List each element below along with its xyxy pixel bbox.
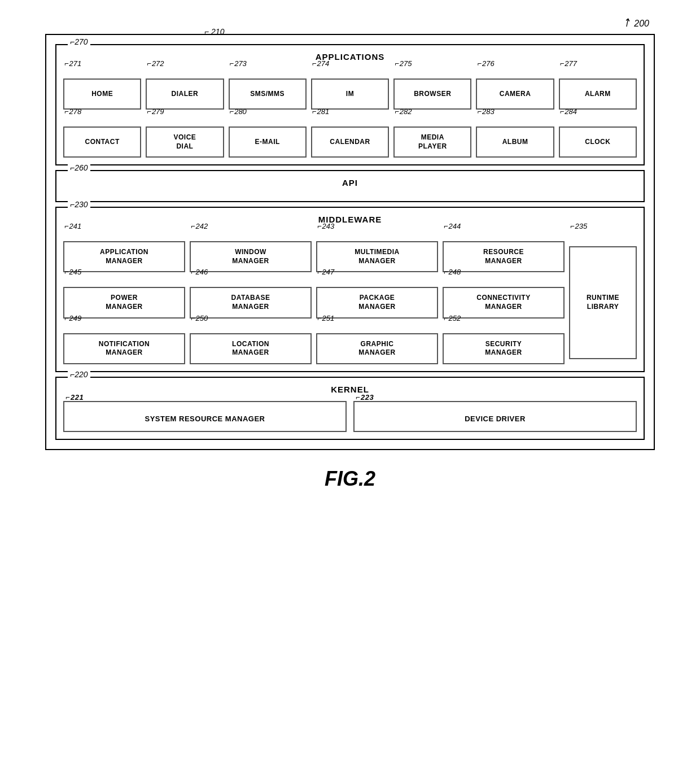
mw-locationmanager: LOCATION MANAGER [190, 333, 312, 364]
mw-wrapper-248: 248 CONNECTIVITY MANAGER [443, 277, 565, 318]
mw-wrapper-247: 247 PACKAGE MANAGER [316, 277, 438, 318]
kernel-grid: 221 SYSTEM RESOURCE MANAGER 223 DEVICE D… [63, 401, 637, 432]
ref-244: 244 [444, 222, 461, 230]
mw-securitymanager: SECURITY MANAGER [443, 333, 565, 364]
app-wrapper-274: 274 IM [311, 68, 389, 110]
ref-248: 248 [444, 268, 461, 276]
mw-wrapper-241: 241 APPLICATION MANAGER [63, 231, 185, 272]
ref-245: 245 [64, 268, 81, 276]
ref-274: 274 [312, 59, 329, 68]
app-wrapper-282: 282 MEDIA PLAYER [393, 116, 471, 158]
app-browser: BROWSER [393, 78, 471, 110]
ref-280: 280 [230, 107, 247, 116]
mw-dbmanager: DATABASE MANAGER [190, 287, 312, 318]
ref-271: 271 [64, 59, 81, 68]
app-wrapper-271: 271 HOME [63, 68, 141, 110]
app-wrapper-275: 275 BROWSER [393, 68, 471, 110]
ref-249: 249 [64, 314, 81, 322]
ref-247: 247 [317, 268, 334, 276]
app-alarm: ALARM [559, 78, 637, 110]
app-home: HOME [63, 78, 141, 110]
app-dialer: DIALER [146, 78, 224, 110]
mw-graphicmanager: GRAPHIC MANAGER [316, 333, 438, 364]
ref-284: 284 [560, 107, 577, 116]
middleware-content: 241 APPLICATION MANAGER 242 WINDOW MANAG… [63, 231, 637, 364]
mw-wrapper-242: 242 WINDOW MANAGER [190, 231, 312, 272]
mw-resourcemanager: RESOURCE MANAGER [443, 241, 565, 272]
ref-250: 250 [191, 314, 208, 322]
app-wrapper-276: 276 CAMERA [476, 68, 554, 110]
ref-210: 210 [204, 27, 224, 36]
ref-246: 246 [191, 268, 208, 276]
ref-272: 272 [147, 59, 164, 68]
kernel-sysresourcemanager: SYSTEM RESOURCE MANAGER [145, 415, 265, 423]
app-clock: CLOCK [559, 127, 637, 158]
mw-wrapper-251: 251 GRAPHIC MANAGER [316, 323, 438, 364]
ref-241: 241 [64, 222, 81, 230]
ref-276: 276 [477, 59, 494, 68]
ref-220: ⌐220 [68, 370, 90, 379]
mw-packagemanager: PACKAGE MANAGER [316, 287, 438, 318]
arrow-icon: ↗ [619, 16, 634, 30]
ref-252: 252 [444, 314, 461, 322]
box-210: 210 ⌐270 APPLICATIONS 271 HOME 272 DIALE… [45, 34, 655, 450]
mw-connectivitymanager: CONNECTIVITY MANAGER [443, 287, 565, 318]
app-wrapper-283: 283 ALBUM [476, 116, 554, 158]
app-wrapper-272: 272 DIALER [146, 68, 224, 110]
ref-230: ⌐230 [68, 200, 90, 209]
mw-wrapper-246: 246 DATABASE MANAGER [190, 277, 312, 318]
app-wrapper-281: 281 CALENDAR [311, 116, 389, 158]
section-270: ⌐270 APPLICATIONS 271 HOME 272 DIALER 27… [55, 44, 645, 165]
ref-260: ⌐260 [68, 163, 90, 172]
app-smsmms: SMS/MMS [229, 78, 307, 110]
app-wrapper-277: 277 ALARM [559, 68, 637, 110]
ref-277: 277 [560, 59, 577, 68]
ref-282: 282 [395, 107, 412, 116]
app-camera: CAMERA [476, 78, 554, 110]
ref-223: 223 [356, 393, 374, 402]
kernel-title: KERNEL [63, 385, 637, 394]
app-wrapper-279: 279 VOICE DIAL [146, 116, 224, 158]
app-voicedial: VOICE DIAL [146, 127, 224, 158]
mw-multimediamanager: MULTIMEDIA MANAGER [316, 241, 438, 272]
app-grid-row2: 278 CONTACT 279 VOICE DIAL 280 E-MAIL 28… [63, 116, 637, 158]
ref-283: 283 [477, 107, 494, 116]
mw-notificationmanager: NOTIFICATION MANAGER [63, 333, 185, 364]
section-220: ⌐220 KERNEL 221 SYSTEM RESOURCE MANAGER … [55, 377, 645, 440]
app-grid-row1: 271 HOME 272 DIALER 273 SMS/MMS 274 IM 2… [63, 68, 637, 110]
mw-windowmanager: WINDOW MANAGER [190, 241, 312, 272]
figure-label: FIG.2 [325, 467, 375, 491]
mw-runtime: RUNTIME LIBRARY [569, 246, 637, 359]
app-calendar: CALENDAR [311, 127, 389, 158]
mw-wrapper-243: 243 MULTIMEDIA MANAGER [316, 231, 438, 272]
ref-278: 278 [64, 107, 81, 116]
kernel-devicedriver: DEVICE DRIVER [465, 415, 526, 423]
kernel-wrapper-223: 223 DEVICE DRIVER [353, 401, 637, 432]
section-260: ⌐260 API [55, 170, 645, 202]
ref-270: ⌐270 [68, 37, 90, 46]
app-album: ALBUM [476, 127, 554, 158]
app-wrapper-280: 280 E-MAIL [229, 116, 307, 158]
ref-275: 275 [395, 59, 412, 68]
ref-200: ↗ 200 [622, 17, 649, 29]
mw-appmanager: APPLICATION MANAGER [63, 241, 185, 272]
section-230: ⌐230 MIDDLEWARE 241 APPLICATION MANAGER … [55, 207, 645, 372]
app-contact: CONTACT [63, 127, 141, 158]
mw-powermanager: POWER MANAGER [63, 287, 185, 318]
app-wrapper-273: 273 SMS/MMS [229, 68, 307, 110]
api-title: API [63, 178, 637, 187]
mw-wrapper-244: 244 RESOURCE MANAGER [443, 231, 565, 272]
kernel-wrapper-221: 221 SYSTEM RESOURCE MANAGER [63, 401, 347, 432]
mw-wrapper-252: 252 SECURITY MANAGER [443, 323, 565, 364]
mw-wrapper-245: 245 POWER MANAGER [63, 277, 185, 318]
ref-243: 243 [317, 222, 334, 230]
figure-container: ↗ 200 210 ⌐270 APPLICATIONS 271 HOME 272… [45, 23, 655, 450]
app-wrapper-278: 278 CONTACT [63, 116, 141, 158]
runtime-container: 235 RUNTIME LIBRARY [569, 231, 637, 364]
app-mediaplayer: MEDIA PLAYER [393, 127, 471, 158]
app-im: IM [311, 78, 389, 110]
mw-wrapper-250: 250 LOCATION MANAGER [190, 323, 312, 364]
ref-251: 251 [317, 314, 334, 322]
ref-273: 273 [230, 59, 247, 68]
ref-221: 221 [65, 393, 84, 402]
